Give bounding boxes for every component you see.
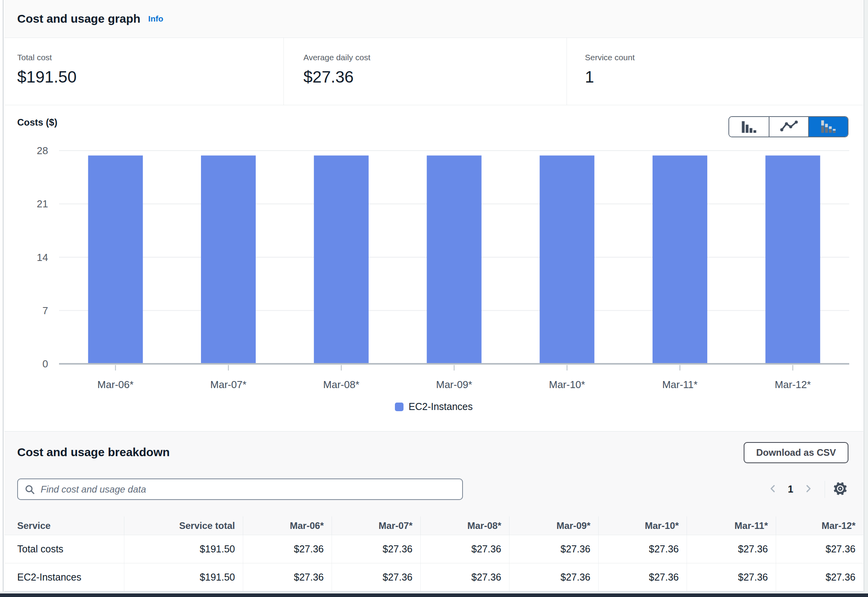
summary-stats-row: Total cost $191.50 Average daily cost $2… [4, 38, 863, 105]
cost-value-cell: $191.50 [124, 535, 243, 563]
bar-Mar-09*[interactable] [427, 155, 482, 364]
breakdown-title: Cost and usage breakdown [17, 446, 170, 459]
bar-Mar-07*[interactable] [201, 155, 256, 364]
legend-label[interactable]: EC2-Instances [409, 401, 473, 412]
legend-swatch-ec2-instances[interactable] [395, 403, 404, 411]
bar-Mar-08*[interactable] [314, 155, 369, 364]
cost-value-cell: $191.50 [124, 563, 243, 591]
column-header-mar-07-: Mar-07* [332, 516, 421, 535]
stat-value: $27.36 [303, 68, 567, 86]
cost-value-cell: $27.36 [509, 563, 599, 591]
previous-page-icon [768, 483, 778, 495]
cost-value-cell: $27.36 [509, 535, 599, 563]
line-chart-toggle-button[interactable] [769, 117, 808, 137]
cost-value-cell: $27.36 [776, 563, 863, 591]
next-page-icon [803, 483, 814, 495]
bar-Mar-11*[interactable] [653, 155, 707, 364]
panel-header: Cost and usage graph Info [4, 0, 863, 38]
page-right-edge [864, 0, 868, 593]
column-header-mar-11-: Mar-11* [687, 516, 776, 535]
bar-Mar-10*[interactable] [540, 155, 594, 364]
stat-label: Average daily cost [303, 53, 567, 62]
service-name-cell: Total costs [4, 535, 124, 563]
stacked-bar-chart-icon [820, 119, 837, 135]
download-csv-button[interactable]: Download as CSV [744, 442, 848, 463]
stat-total-cost: Total cost $191.50 [4, 38, 283, 105]
search-icon [24, 484, 35, 495]
y-axis-label: 21 [37, 198, 48, 210]
chart-section: Costs ($) [4, 105, 863, 432]
settings-gear-icon [833, 481, 848, 497]
previous-page-button[interactable] [764, 483, 782, 495]
info-link[interactable]: Info [148, 14, 163, 23]
stat-value: $191.50 [17, 68, 283, 86]
search-box [17, 478, 463, 500]
breakdown-section: Cost and usage breakdown Download as CSV… [4, 432, 863, 593]
column-header-mar-06-: Mar-06* [243, 516, 332, 535]
cost-value-cell: $27.36 [599, 563, 687, 591]
cost-value-cell: $27.36 [243, 535, 332, 563]
cost-explorer-panel: Cost and usage graph Info Total cost $19… [4, 0, 863, 593]
console-footer-bar [0, 593, 868, 597]
stacked-bar-chart-toggle-button[interactable] [808, 117, 848, 137]
table-row: EC2-Instances$191.50$27.36$27.36$27.36$2… [4, 563, 863, 592]
bar-Mar-06*[interactable] [88, 155, 143, 364]
y-axis-label: 7 [43, 305, 48, 316]
bar-chart-icon [741, 119, 758, 135]
cost-value-cell: $27.36 [332, 535, 421, 563]
cost-breakdown-table: ServiceService totalMar-06*Mar-07*Mar-08… [4, 516, 863, 592]
chart-legend: EC2-Instances [4, 401, 863, 412]
pagination: 1 [764, 478, 848, 500]
y-axis-label: 14 [37, 252, 48, 263]
page-title: Cost and usage graph [17, 12, 140, 25]
cost-value-cell: $27.36 [599, 535, 687, 563]
table-header-row: ServiceService totalMar-06*Mar-07*Mar-08… [4, 516, 863, 535]
cost-value-cell: $27.36 [332, 563, 421, 591]
cost-bar-chart: Mar-06*Mar-07*Mar-08*Mar-09*Mar-10*Mar-1… [17, 141, 854, 399]
x-axis-label: Mar-11* [662, 379, 698, 390]
x-axis-label: Mar-07* [210, 379, 246, 390]
y-axis-label: 28 [37, 145, 48, 156]
column-header-mar-09-: Mar-09* [509, 516, 599, 535]
stat-average-daily-cost: Average daily cost $27.36 [283, 38, 567, 105]
x-axis-label: Mar-10* [549, 379, 585, 390]
column-header-mar-12-: Mar-12* [776, 516, 863, 535]
x-axis-label: Mar-09* [436, 379, 472, 390]
column-header-mar-08-: Mar-08* [421, 516, 509, 535]
column-header-mar-10-: Mar-10* [599, 516, 687, 535]
column-header-service: Service [4, 516, 124, 535]
cost-value-cell: $27.36 [687, 535, 776, 563]
chart-axis-title: Costs ($) [17, 117, 57, 128]
page-left-edge [0, 0, 4, 593]
stat-service-count: Service count 1 [567, 38, 863, 105]
table-row: Total costs$191.50$27.36$27.36$27.36$27.… [4, 535, 863, 563]
table-body: Total costs$191.50$27.36$27.36$27.36$27.… [4, 535, 863, 592]
stat-label: Total cost [17, 53, 283, 62]
x-axis-label: Mar-06* [97, 379, 133, 390]
cost-value-cell: $27.36 [421, 535, 509, 563]
service-name-cell: EC2-Instances [4, 563, 124, 591]
current-page-number[interactable]: 1 [782, 484, 800, 495]
y-axis-label: 0 [43, 358, 48, 370]
cost-value-cell: $27.36 [243, 563, 332, 591]
chart-type-toggle [728, 116, 848, 137]
bar-chart-toggle-button[interactable] [729, 117, 769, 137]
cost-value-cell: $27.36 [776, 535, 863, 563]
cost-value-cell: $27.36 [687, 563, 776, 591]
pager-divider [825, 481, 825, 498]
table-settings-button[interactable] [833, 481, 848, 497]
x-axis-label: Mar-08* [323, 379, 359, 390]
stat-label: Service count [585, 53, 863, 62]
bar-Mar-12*[interactable] [766, 155, 820, 364]
search-input[interactable] [35, 479, 462, 499]
next-page-button[interactable] [800, 483, 817, 495]
x-axis-label: Mar-12* [775, 379, 811, 390]
line-chart-icon [780, 119, 798, 135]
cost-value-cell: $27.36 [421, 563, 509, 591]
column-header-service-total: Service total [124, 516, 243, 535]
stat-value: 1 [585, 68, 863, 86]
